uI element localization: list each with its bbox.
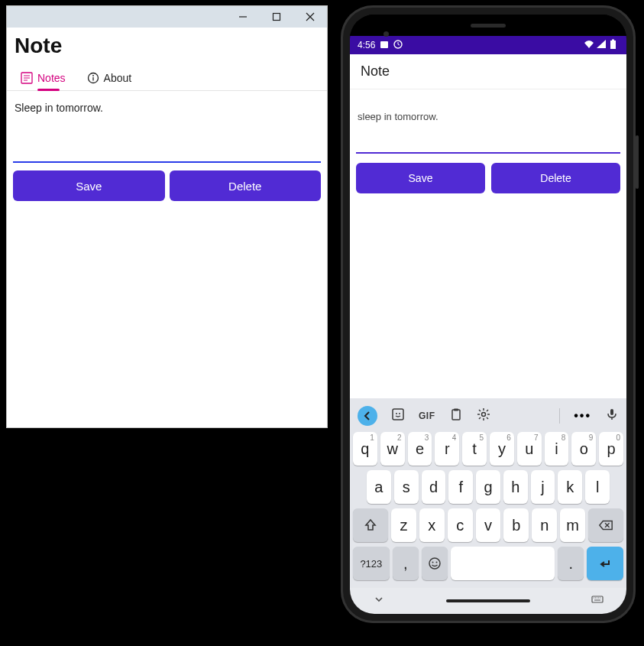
battery-icon xyxy=(608,39,619,52)
keyboard-row-4: ?123 , . xyxy=(353,547,623,580)
tab-notes-label: Notes xyxy=(37,72,66,84)
keyboard-toolbar: GIF ••• xyxy=(353,403,623,432)
phone-note-text-input[interactable] xyxy=(356,96,620,154)
key-q[interactable]: q1 xyxy=(353,432,377,466)
svg-line-14 xyxy=(398,44,400,45)
nav-keyboard-switch-icon[interactable] xyxy=(591,593,604,609)
svg-line-28 xyxy=(487,417,488,419)
kb-sticker-icon[interactable] xyxy=(391,407,405,424)
svg-rect-17 xyxy=(393,409,403,420)
key-l[interactable]: l xyxy=(585,470,610,504)
page-title: Note xyxy=(15,34,319,58)
window-titlebar xyxy=(7,6,327,28)
kb-mic-icon[interactable] xyxy=(605,407,619,424)
tab-notes[interactable]: Notes xyxy=(21,72,66,90)
phone-delete-button[interactable]: Delete xyxy=(491,163,620,193)
tab-strip: Notes About xyxy=(7,61,327,91)
tab-about[interactable]: About xyxy=(87,72,132,90)
key-space[interactable] xyxy=(451,547,555,580)
keyboard-row-1: q1w2e3r4t5y6u7i8o9p0 xyxy=(353,432,623,466)
key-backspace[interactable] xyxy=(588,508,623,542)
phone-button-row: Save Delete xyxy=(356,163,620,193)
nav-chevron-icon[interactable] xyxy=(373,593,385,609)
wifi-icon xyxy=(584,39,594,52)
key-enter[interactable] xyxy=(587,547,623,580)
minimize-button[interactable] xyxy=(226,6,260,28)
key-b[interactable]: b xyxy=(503,508,529,542)
key-f[interactable]: f xyxy=(448,470,473,504)
key-r[interactable]: r4 xyxy=(435,432,459,466)
key-e[interactable]: e3 xyxy=(408,432,432,466)
note-text-input[interactable] xyxy=(13,97,321,163)
svg-rect-1 xyxy=(273,14,280,21)
key-j[interactable]: j xyxy=(531,470,555,504)
svg-point-19 xyxy=(399,413,400,414)
phone-notch xyxy=(350,15,626,36)
key-u[interactable]: u7 xyxy=(517,432,542,466)
key-m[interactable]: m xyxy=(560,508,585,542)
svg-rect-20 xyxy=(452,410,460,420)
phone-device-frame: 4:56 Note xyxy=(341,5,636,623)
notes-icon xyxy=(21,72,33,84)
key-k[interactable]: k xyxy=(558,470,582,504)
key-z[interactable]: z xyxy=(391,508,416,542)
svg-line-29 xyxy=(479,417,481,419)
status-app-icon xyxy=(380,40,389,51)
kb-more-icon[interactable]: ••• xyxy=(574,409,591,423)
android-nav-bar xyxy=(350,588,626,614)
svg-line-30 xyxy=(487,410,488,411)
key-t[interactable]: t5 xyxy=(462,432,487,466)
maximize-button[interactable] xyxy=(260,6,293,28)
key-g[interactable]: g xyxy=(476,470,500,504)
svg-rect-31 xyxy=(610,409,613,415)
key-a[interactable]: a xyxy=(367,470,391,504)
key-comma[interactable]: , xyxy=(393,547,419,580)
key-emoji[interactable] xyxy=(422,547,448,580)
kb-settings-icon[interactable] xyxy=(477,407,490,424)
svg-rect-38 xyxy=(592,596,603,602)
key-period[interactable]: . xyxy=(558,547,584,580)
save-button[interactable]: Save xyxy=(13,170,165,201)
svg-point-18 xyxy=(396,413,397,414)
status-time: 4:56 xyxy=(358,40,375,50)
tab-about-label: About xyxy=(104,72,132,84)
kb-back-icon[interactable] xyxy=(358,406,377,426)
phone-save-button[interactable]: Save xyxy=(356,163,485,193)
keyboard-row-2: asdfghjkl xyxy=(353,470,623,504)
kb-clipboard-icon[interactable] xyxy=(449,407,463,424)
info-icon xyxy=(87,72,99,84)
phone-screen: 4:56 Note xyxy=(350,15,626,614)
key-i[interactable]: i8 xyxy=(545,432,569,466)
speaker-grille xyxy=(471,24,506,28)
desktop-window: Note Notes About Save Delete xyxy=(6,5,328,428)
key-c[interactable]: c xyxy=(448,508,473,542)
key-p[interactable]: p0 xyxy=(599,432,623,466)
svg-point-22 xyxy=(481,413,485,417)
key-symbols[interactable]: ?123 xyxy=(353,547,390,580)
svg-rect-16 xyxy=(612,39,614,41)
kb-gif-button[interactable]: GIF xyxy=(419,411,435,421)
key-s[interactable]: s xyxy=(394,470,419,504)
key-v[interactable]: v xyxy=(476,508,501,542)
svg-line-27 xyxy=(479,410,481,411)
phone-page-title: Note xyxy=(361,63,390,79)
note-editor-area: Save Delete xyxy=(7,91,327,207)
svg-point-9 xyxy=(92,75,94,76)
key-y[interactable]: y6 xyxy=(490,432,514,466)
svg-point-37 xyxy=(435,562,437,563)
key-n[interactable]: n xyxy=(532,508,557,542)
key-x[interactable]: x xyxy=(419,508,445,542)
nav-home-pill[interactable] xyxy=(446,599,530,602)
key-w[interactable]: w2 xyxy=(380,432,405,466)
key-h[interactable]: h xyxy=(503,470,528,504)
close-button[interactable] xyxy=(293,6,327,28)
svg-point-36 xyxy=(432,562,433,563)
button-row: Save Delete xyxy=(13,170,321,201)
delete-button[interactable]: Delete xyxy=(170,170,322,201)
key-o[interactable]: o9 xyxy=(571,432,596,466)
phone-content: Save Delete xyxy=(350,89,626,398)
soft-keyboard: GIF ••• q1w2e3r4t5y6u7i8o9p0 xyxy=(350,398,626,588)
svg-rect-21 xyxy=(454,409,458,411)
key-shift[interactable] xyxy=(353,508,388,542)
key-d[interactable]: d xyxy=(422,470,446,504)
